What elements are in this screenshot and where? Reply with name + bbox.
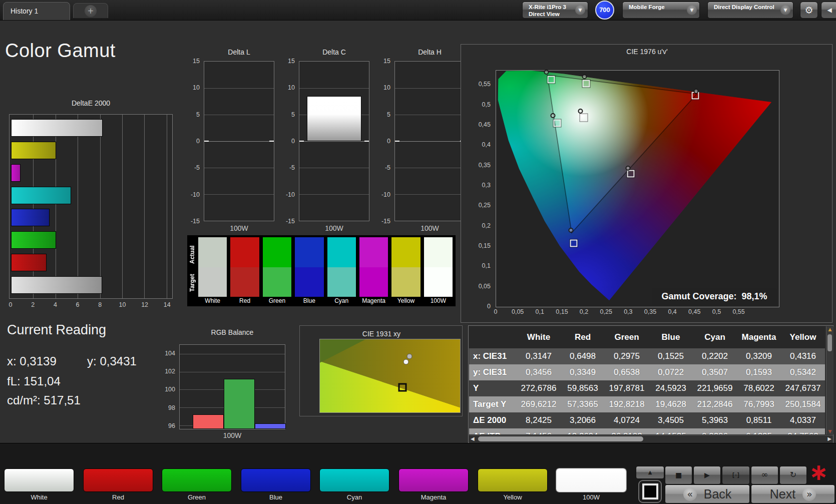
measured-marker-white bbox=[578, 109, 583, 114]
measured-marker-cyan bbox=[550, 113, 555, 118]
calibration-app: History 1 + X-Rite i1Pro 3 Direct View ▼… bbox=[0, 0, 836, 504]
delta-l-chart bbox=[204, 61, 274, 221]
collapse-panel-icon[interactable]: ◀ bbox=[821, 2, 836, 19]
scroll-right-icon[interactable]: ▶ bbox=[827, 436, 831, 441]
measurement-table-panel: White Red Green Blue Cyan Magenta Yellow… bbox=[468, 325, 833, 443]
pattern-button-red[interactable] bbox=[83, 468, 153, 492]
rgb-bar-green bbox=[224, 379, 255, 429]
deltae-x-tick: 10 bbox=[119, 301, 126, 308]
swatch-actual bbox=[424, 237, 453, 267]
delta-y-tick: 10 bbox=[193, 84, 200, 91]
delta-gridline bbox=[299, 141, 369, 142]
pattern-button-label: White bbox=[4, 493, 74, 501]
pattern-mode-button[interactable]: [·] bbox=[722, 466, 750, 484]
deltae-chart bbox=[9, 114, 173, 299]
pattern-bar: WhiteRedGreenBlueCyanMagentaYellow100W ▲… bbox=[0, 443, 836, 504]
gamut-coverage-label: Gamut Coverage: bbox=[661, 291, 736, 301]
gear-icon[interactable]: ⚙ bbox=[800, 2, 818, 19]
swatch-target bbox=[295, 267, 323, 297]
stop-button[interactable]: ■ bbox=[665, 466, 692, 484]
pattern-button-100w[interactable] bbox=[556, 468, 626, 492]
deltae-x-tick: 6 bbox=[76, 301, 80, 308]
play-button[interactable]: ▶ bbox=[693, 466, 721, 484]
col-green: Green bbox=[605, 326, 649, 348]
delta-gridline bbox=[395, 141, 465, 142]
add-tab-button[interactable]: + bbox=[73, 3, 108, 18]
cie-x-tick: 0,3 bbox=[624, 308, 632, 315]
swatch-column-yellow: Yellow bbox=[391, 237, 420, 305]
reading-x-label: x: bbox=[7, 354, 17, 368]
swatch-target bbox=[198, 267, 227, 297]
top-bar: History 1 + X-Rite i1Pro 3 Direct View ▼… bbox=[0, 0, 836, 21]
pattern-button-cyan[interactable] bbox=[319, 468, 389, 492]
pattern-button-blue[interactable] bbox=[241, 468, 311, 492]
deltae-x-tick: 2 bbox=[31, 301, 35, 308]
refresh-button[interactable]: ↻ bbox=[779, 466, 807, 484]
scroll-up-icon[interactable]: ▲ bbox=[826, 327, 833, 332]
pattern-button-magenta[interactable] bbox=[398, 468, 469, 492]
pattern-up-button[interactable]: ▲ bbox=[636, 466, 664, 479]
scrollbar-thumb[interactable] bbox=[478, 436, 643, 441]
scroll-down-icon[interactable]: ▼ bbox=[826, 429, 833, 434]
table-row: ΔE 20008,24253,20664,07243,45055,39630,8… bbox=[469, 412, 825, 428]
cie-x-tick: 0,55 bbox=[732, 308, 744, 315]
reading-x-value: 0,3139 bbox=[20, 354, 56, 368]
deltae-bar-white bbox=[11, 119, 103, 137]
delta-gridline bbox=[395, 194, 465, 195]
source-dropdown[interactable]: Mobile Forge ▼ bbox=[622, 2, 700, 19]
pattern-button-green[interactable] bbox=[162, 468, 232, 492]
target-marker-magenta bbox=[627, 170, 635, 177]
luminance-badge[interactable]: 700 bbox=[595, 1, 614, 20]
swatch-actual bbox=[391, 237, 420, 267]
delta-h-x-label: 100W bbox=[394, 224, 465, 232]
white-point-measured-marker bbox=[407, 353, 412, 359]
scrollbar-thumb[interactable] bbox=[827, 334, 832, 351]
pattern-window-button[interactable] bbox=[638, 480, 662, 503]
delta-h-chart bbox=[394, 61, 465, 221]
tab-history-1[interactable]: History 1 bbox=[3, 2, 70, 20]
chevron-down-icon: ▼ bbox=[575, 5, 585, 15]
gamut-coverage-value: 98,1% bbox=[742, 291, 767, 301]
measured-marker-magenta bbox=[626, 166, 631, 171]
pattern-button-label: Red bbox=[83, 493, 153, 501]
measured-marker-green bbox=[544, 70, 549, 75]
delta-y-tick: -5 bbox=[385, 164, 390, 171]
workflow-dropdown[interactable]: Direct Display Control ▼ bbox=[707, 2, 793, 19]
swatch-target bbox=[391, 267, 420, 297]
cie-y-tick: 0,3 bbox=[482, 182, 491, 189]
table-row: ΔE ITP7,145613,269426,310214,15250,32066… bbox=[469, 428, 825, 434]
cie-y-tick: 0,55 bbox=[479, 81, 491, 88]
source-name: Mobile Forge bbox=[629, 4, 686, 11]
delta-y-tick: 0 bbox=[291, 138, 295, 145]
pattern-button-yellow[interactable] bbox=[478, 468, 548, 492]
cie-y-tick: 0,2 bbox=[482, 222, 491, 229]
delta-y-tick: -10 bbox=[381, 191, 390, 198]
cie-y-tick: 0,25 bbox=[479, 202, 491, 209]
swatch-label: White bbox=[198, 297, 227, 305]
swatch-target bbox=[424, 267, 453, 297]
swatch-target bbox=[263, 267, 291, 297]
table-horizontal-scrollbar[interactable]: ◀ ▶ bbox=[469, 435, 833, 443]
delta-h-y-axis: 151050-5-10-15 bbox=[375, 61, 392, 221]
back-chevron-icon: « bbox=[683, 487, 697, 501]
delta-gridline bbox=[204, 141, 274, 142]
scroll-left-icon[interactable]: ◀ bbox=[471, 436, 475, 441]
swatch-target bbox=[230, 267, 259, 297]
table-vertical-scrollbar[interactable]: ▲ ▼ bbox=[826, 326, 833, 434]
rgb-y-tick: 104 bbox=[165, 350, 175, 357]
delta-gridline bbox=[299, 194, 369, 195]
cie-y-tick: 0,15 bbox=[479, 242, 491, 249]
back-button[interactable]: « Back bbox=[665, 484, 750, 503]
delta-c-title: Delta C bbox=[299, 48, 369, 56]
delta-y-tick: 15 bbox=[193, 58, 200, 65]
measured-marker-blue bbox=[569, 228, 574, 233]
deltae-x-tick: 4 bbox=[54, 301, 57, 308]
delta-h-title: Delta H bbox=[394, 48, 465, 56]
next-button[interactable]: Next » bbox=[751, 484, 835, 503]
loop-button[interactable]: ∞ bbox=[751, 466, 778, 484]
deltae-bar-100w bbox=[11, 276, 102, 294]
meter-dropdown[interactable]: X-Rite i1Pro 3 Direct View ▼ bbox=[522, 2, 588, 19]
swatch-target bbox=[359, 267, 388, 297]
pattern-button-white[interactable] bbox=[4, 468, 74, 492]
delta-y-tick: 10 bbox=[288, 84, 295, 91]
